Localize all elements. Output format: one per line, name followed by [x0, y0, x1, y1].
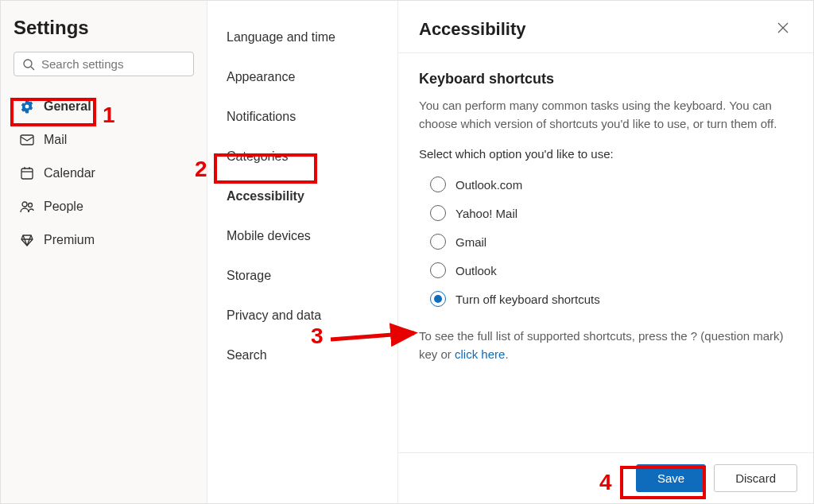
subnav-storage[interactable]: Storage	[215, 262, 390, 290]
svg-point-8	[29, 204, 33, 207]
shortcut-hint: To see the full list of supported shortc…	[419, 328, 793, 363]
nav-calendar[interactable]: Calendar	[14, 159, 194, 188]
click-here-link[interactable]: click here	[455, 347, 505, 361]
section-title: Keyboard shortcuts	[419, 71, 793, 87]
gear-icon	[18, 99, 36, 114]
subnav-categories[interactable]: Categories	[215, 142, 390, 171]
option-prompt: Select which option you'd like to use:	[419, 147, 793, 161]
option-label: Outlook.com	[455, 178, 522, 192]
radio-icon	[430, 205, 446, 221]
save-button[interactable]: Save	[636, 464, 706, 492]
search-settings-box[interactable]	[14, 52, 194, 76]
svg-point-0	[24, 60, 32, 68]
subnav-search[interactable]: Search	[215, 341, 390, 370]
svg-point-7	[22, 202, 27, 207]
search-icon	[22, 58, 35, 71]
svg-rect-2	[21, 135, 33, 145]
panel-footer: Save Discard	[398, 452, 813, 503]
nav-label: Premium	[44, 233, 95, 247]
settings-panel: Accessibility Keyboard shortcuts You can…	[398, 1, 813, 503]
subnav-accessibility[interactable]: Accessibility	[215, 182, 390, 211]
subnav-language-time[interactable]: Language and time	[215, 23, 390, 52]
nav-label: General	[44, 99, 91, 114]
option-turn-off[interactable]: Turn off keyboard shortcuts	[430, 285, 793, 313]
option-gmail[interactable]: Gmail	[430, 227, 793, 256]
radio-icon	[430, 176, 446, 192]
subnav-appearance[interactable]: Appearance	[215, 63, 390, 91]
option-label: Yahoo! Mail	[455, 207, 517, 220]
nav-mail[interactable]: Mail	[14, 126, 194, 154]
search-input[interactable]	[41, 57, 185, 71]
close-button[interactable]	[773, 18, 793, 40]
settings-subnav: Language and time Appearance Notificatio…	[207, 1, 398, 503]
settings-sidebar: Settings General Mail Cal	[1, 1, 207, 503]
calendar-icon	[18, 165, 36, 181]
svg-rect-3	[21, 169, 33, 179]
nav-label: Mail	[44, 133, 67, 147]
close-icon	[777, 21, 789, 34]
option-label: Gmail	[455, 235, 486, 249]
premium-icon	[18, 232, 36, 248]
nav-label: People	[44, 200, 83, 214]
subnav-notifications[interactable]: Notifications	[215, 103, 390, 131]
people-icon	[18, 199, 36, 215]
radio-icon	[430, 262, 446, 278]
settings-title: Settings	[14, 17, 194, 39]
option-label: Outlook	[455, 264, 497, 277]
nav-label: Calendar	[44, 166, 95, 180]
radio-icon	[430, 234, 446, 250]
option-outlook-com[interactable]: Outlook.com	[430, 170, 793, 199]
mail-icon	[18, 132, 36, 148]
option-label: Turn off keyboard shortcuts	[455, 293, 600, 306]
discard-button[interactable]: Discard	[714, 464, 797, 492]
shortcut-options: Outlook.com Yahoo! Mail Gmail Outlook Tu…	[430, 170, 793, 313]
radio-icon	[430, 291, 446, 307]
nav-people[interactable]: People	[14, 192, 194, 221]
nav-general[interactable]: General	[14, 92, 194, 121]
panel-title: Accessibility	[419, 19, 526, 40]
subnav-mobile-devices[interactable]: Mobile devices	[215, 222, 390, 250]
nav-premium[interactable]: Premium	[14, 226, 194, 254]
option-yahoo-mail[interactable]: Yahoo! Mail	[430, 199, 793, 227]
subnav-privacy-data[interactable]: Privacy and data	[215, 301, 390, 330]
option-outlook[interactable]: Outlook	[430, 256, 793, 285]
section-description: You can perform many common tasks using …	[419, 97, 793, 133]
svg-line-1	[31, 67, 34, 70]
